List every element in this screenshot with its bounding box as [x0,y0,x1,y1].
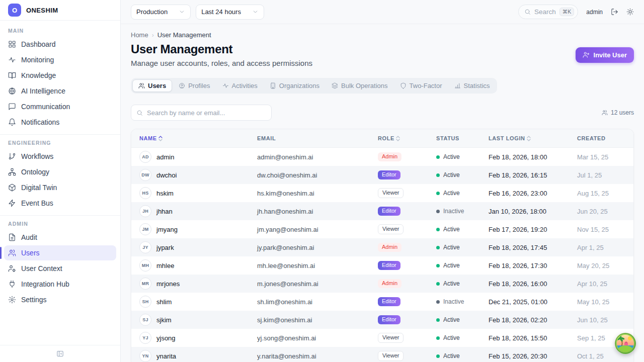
created-date: Jun 20, 25 [577,208,627,215]
sidebar-item-digital-twin[interactable]: Digital Twin [4,180,116,195]
sidebar-item-event-bus[interactable]: Event Bus [4,196,116,211]
table-row[interactable]: JY jypark jy.park@oneshim.ai Admin Activ… [131,238,633,256]
user-name: yjsong [156,334,176,342]
created-date: May 10, 25 [577,298,627,306]
user-name: mrjones [156,280,180,288]
panel-collapse-icon [56,350,64,357]
tab-label: Activities [232,82,258,89]
chat-bubble-icon [8,103,16,111]
user-count-label: 12 users [611,109,634,116]
user-email: mh.lee@oneshim.ai [257,262,378,269]
tab-statistics[interactable]: Statistics [449,79,496,92]
sidebar-nav: MAIN Dashboard Monitoring Knowledge AI I… [0,21,120,345]
tab-profiles[interactable]: Profiles [173,79,215,92]
sidebar-item-dashboard[interactable]: Dashboard [4,37,116,52]
tab-bulk-operations[interactable]: Bulk Operations [326,79,393,92]
table-row[interactable]: YJ yjsong yj.song@oneshim.ai Viewer Acti… [131,329,633,347]
status-dot [436,336,440,340]
brand-name: ONESHIM [26,7,58,14]
tab-organizations[interactable]: Organizations [264,79,325,92]
sidebar-item-label: Notifications [21,118,59,126]
tab-two-factor[interactable]: Two-Factor [394,79,448,92]
git-branch-icon [8,152,16,160]
sidebar-item-audit[interactable]: Audit [4,230,116,245]
last-login: Feb 17, 2026, 19:20 [489,226,577,233]
sidebar-item-user-context[interactable]: User Context [4,261,116,276]
role-badge: Admin [378,152,401,162]
sidebar-item-notifications[interactable]: Notifications [4,115,116,130]
column-header-role[interactable]: Role [378,135,436,141]
table-row[interactable]: AD admin admin@oneshim.ai Admin Active F… [131,148,633,166]
breadcrumb-home[interactable]: Home [131,31,148,39]
table-row[interactable]: YN ynarita y.narita@oneshim.ai Viewer Ac… [131,347,633,362]
sidebar-item-knowledge[interactable]: Knowledge [4,68,116,83]
sidebar-item-workflows[interactable]: Workflows [4,149,116,164]
last-login: Dec 21, 2025, 01:00 [489,298,577,306]
sidebar-item-ai-intelligence[interactable]: AI Intelligence [4,83,116,99]
status-text: Active [443,280,460,287]
user-name: jypark [156,244,174,251]
global-search-button[interactable]: Search ⌘K [518,5,578,19]
search-shortcut-kbd: ⌘K [559,8,575,16]
users-table: Name Email Role Status Last Login Create… [131,129,634,362]
sidebar-item-integration-hub[interactable]: Integration Hub [4,277,116,292]
table-search-input[interactable] [147,109,266,117]
page-subtitle: Manage user accounts, roles, and access … [131,59,312,67]
time-range-select-value: Last 24 hours [201,8,241,16]
table-row[interactable]: JM jmyang jm.yang@oneshim.ai Viewer Acti… [131,220,633,238]
sidebar-item-monitoring[interactable]: Monitoring [4,52,116,67]
status-text: Inactive [443,208,464,215]
sidebar-collapse-button[interactable] [0,345,120,362]
environment-select[interactable]: Production [131,5,191,20]
role-badge: Viewer [378,188,404,199]
tab-label: Profiles [188,82,210,89]
sidebar-item-settings[interactable]: Settings [4,292,116,307]
brand[interactable]: O ONESHIM [0,0,120,21]
avatar: JM [139,223,151,235]
sidebar-item-label: AI Intelligence [21,87,65,95]
tab-activities[interactable]: Activities [217,79,263,92]
status-dot [436,192,440,195]
table-row[interactable]: MH mhlee mh.lee@oneshim.ai Editor Active… [131,256,633,275]
island-widget-button[interactable] [615,333,636,354]
book-open-icon [8,71,16,79]
time-range-select[interactable]: Last 24 hours [196,5,264,20]
tab-bar: Users Profiles Activities Organizations … [131,78,497,94]
users-icon [8,249,16,257]
tab-users[interactable]: Users [132,79,172,92]
dashboard-grid-icon [8,40,16,48]
table-row[interactable]: MR mrjones m.jones@oneshim.ai Admin Acti… [131,275,633,293]
last-login: Feb 18, 2026, 18:00 [489,153,577,161]
sidebar-item-ontology[interactable]: Ontology [4,164,116,179]
topbar: Production Last 24 hours Search ⌘K admin [121,0,644,24]
invite-user-button[interactable]: Invite User [576,47,634,63]
sidebar-item-communication[interactable]: Communication [4,99,116,114]
main-area: Production Last 24 hours Search ⌘K admin… [121,0,644,362]
tab-label: Organizations [279,82,319,89]
user-circle-icon [179,82,185,89]
table-row[interactable]: SH shlim sh.lim@oneshim.ai Editor Inacti… [131,293,633,311]
theme-toggle-sun-icon[interactable] [626,8,634,16]
table-row[interactable]: HS hskim hs.kim@oneshim.ai Viewer Active… [131,184,633,202]
current-user-label[interactable]: admin [586,9,603,16]
bell-icon [8,118,16,126]
status-text: Active [443,153,460,160]
avatar: AD [139,151,151,163]
status-text: Active [443,190,460,197]
role-badge: Editor [378,207,400,216]
bar-chart-icon [454,82,461,89]
tab-label: Statistics [464,82,490,89]
user-email: m.jones@oneshim.ai [257,280,378,288]
last-login: Feb 15, 2026, 20:30 [489,352,577,360]
table-row[interactable]: JH jhhan jh.han@oneshim.ai Editor Inacti… [131,202,633,220]
user-plus-icon [583,51,590,58]
created-date: May 20, 25 [577,262,627,269]
column-header-name[interactable]: Name [139,135,257,141]
last-login: Feb 18, 2026, 16:15 [489,171,577,179]
sidebar-item-users[interactable]: Users [4,245,116,260]
column-header-last-login[interactable]: Last Login [489,135,577,141]
table-row[interactable]: SJ sjkim sj.kim@oneshim.ai Editor Active… [131,311,633,329]
table-row[interactable]: DW dwchoi dw.choi@oneshim.ai Editor Acti… [131,166,633,184]
table-body: AD admin admin@oneshim.ai Admin Active F… [131,148,633,362]
logout-icon[interactable] [611,8,618,16]
